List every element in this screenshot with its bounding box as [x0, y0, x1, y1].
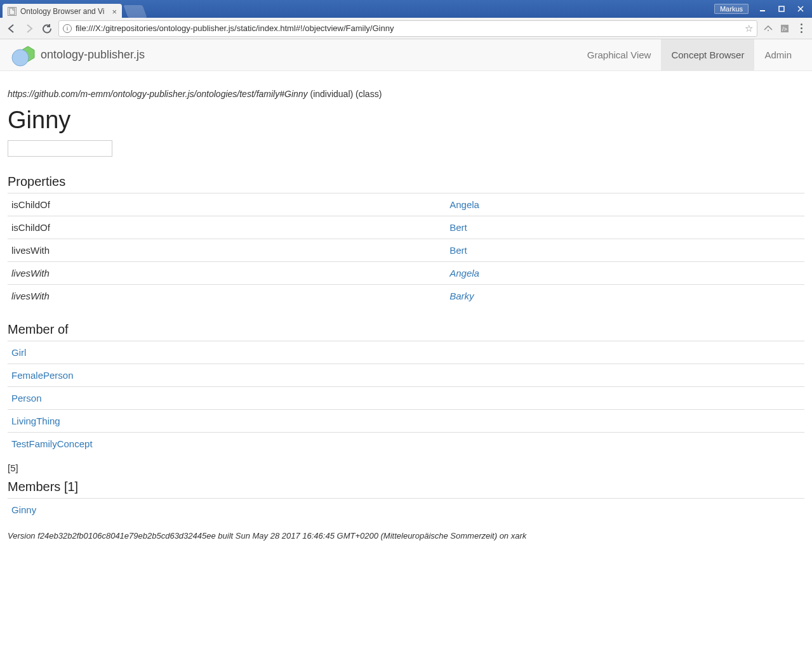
property-value-link[interactable]: Bert: [449, 222, 467, 233]
brand[interactable]: ontology-publisher.js: [10, 44, 145, 67]
property-key: livesWith: [8, 239, 446, 262]
property-row: isChildOfBert: [8, 216, 804, 239]
window-close-button[interactable]: [792, 3, 809, 15]
member-of-cell: FemalePerson: [8, 364, 804, 387]
entity-type-individual: (individual): [310, 89, 353, 99]
nav-graphical-view[interactable]: Graphical View: [577, 39, 662, 70]
member-of-row: LivingThing: [8, 410, 804, 433]
nav-admin[interactable]: Admin: [754, 39, 802, 70]
member-of-row: TestFamilyConcept: [8, 433, 804, 456]
browser-tab[interactable]: Ontology Browser and Vi ×: [3, 4, 122, 19]
property-value-link[interactable]: Bert: [449, 245, 467, 256]
entity-iri: https://github.com/m-emm/ontology-publis…: [8, 89, 308, 99]
member-of-cell: Girl: [8, 341, 804, 364]
property-value-link[interactable]: Barky: [449, 291, 474, 301]
member-of-cell: LivingThing: [8, 410, 804, 433]
app-header: ontology-publisher.js Graphical View Con…: [0, 39, 812, 71]
nav-concept-browser[interactable]: Concept Browser: [661, 39, 754, 70]
member-of-cell: Person: [8, 387, 804, 410]
devtools-icon[interactable]: />: [779, 23, 790, 34]
entity-type-class: (class): [356, 89, 382, 99]
bookmark-star-icon[interactable]: ☆: [745, 23, 753, 34]
property-value-link[interactable]: Angela: [449, 268, 479, 279]
section-member-of-title: Member of: [8, 322, 804, 337]
property-value-link[interactable]: Angela: [449, 199, 479, 210]
svg-text:/>: />: [782, 26, 787, 32]
main-nav: Graphical View Concept Browser Admin: [577, 39, 802, 70]
property-key: isChildOf: [8, 193, 446, 216]
property-row: livesWithAngela: [8, 262, 804, 285]
window-maximize-button[interactable]: [773, 3, 790, 15]
member-of-link[interactable]: FemalePerson: [11, 370, 74, 381]
svg-point-5: [768, 30, 769, 31]
member-of-table: GirlFemalePersonPersonLivingThingTestFam…: [8, 341, 804, 455]
forward-button[interactable]: [23, 22, 36, 35]
window-user-badge: Markus: [714, 4, 749, 14]
property-value-cell: Bert: [446, 216, 804, 239]
browser-toolbar: i file:///X:/gitrepositories/ontology-pu…: [0, 18, 812, 39]
property-key: livesWith: [8, 262, 446, 285]
member-of-link[interactable]: Person: [11, 393, 42, 403]
member-of-row: Girl: [8, 341, 804, 364]
svg-rect-1: [779, 6, 784, 11]
chrome-menu-button[interactable]: [795, 23, 807, 33]
property-value-cell: Angela: [446, 262, 804, 285]
section-properties-title: Properties: [8, 174, 804, 189]
member-of-link[interactable]: Girl: [11, 347, 26, 358]
content: https://github.com/m-emm/ontology-publis…: [0, 71, 812, 553]
footer-version: Version f24eb32b2fb0106c8041e79eb2b5cd63…: [8, 531, 804, 541]
back-button[interactable]: [5, 22, 18, 35]
tab-close-icon[interactable]: ×: [112, 7, 117, 16]
svg-rect-4: [10, 8, 15, 15]
url-text: file:///X:/gitrepositories/ontology-publ…: [76, 23, 741, 33]
address-bar[interactable]: i file:///X:/gitrepositories/ontology-pu…: [58, 20, 757, 37]
members-table: Ginny: [8, 498, 804, 521]
site-info-icon[interactable]: i: [63, 24, 72, 33]
section-members-title: Members [1]: [8, 480, 804, 494]
property-key: livesWith: [8, 285, 446, 308]
member-row: Ginny: [8, 499, 804, 521]
property-value-cell: Bert: [446, 239, 804, 262]
reload-button[interactable]: [41, 22, 53, 35]
property-row: livesWithBarky: [8, 285, 804, 308]
search-input[interactable]: [8, 140, 112, 157]
properties-table: isChildOfAngelaisChildOfBertlivesWithBer…: [8, 193, 804, 307]
entity-title: Ginny: [8, 107, 804, 134]
member-of-cell: TestFamilyConcept: [8, 433, 804, 456]
property-key: isChildOf: [8, 216, 446, 239]
member-of-link[interactable]: LivingThing: [11, 416, 60, 426]
entity-iri-line: https://github.com/m-emm/ontology-publis…: [8, 89, 804, 99]
svg-point-9: [12, 49, 29, 66]
extension-icon[interactable]: [762, 23, 774, 34]
property-value-cell: Angela: [446, 193, 804, 216]
member-of-count: [5]: [8, 462, 804, 473]
file-icon: [8, 7, 17, 16]
member-of-row: Person: [8, 387, 804, 410]
property-row: isChildOfAngela: [8, 193, 804, 216]
brand-text: ontology-publisher.js: [41, 48, 145, 62]
property-value-cell: Barky: [446, 285, 804, 308]
browser-tab-title: Ontology Browser and Vi: [20, 7, 109, 16]
member-link[interactable]: Ginny: [11, 504, 36, 515]
brand-logo-icon: [10, 44, 37, 67]
window-minimize-button[interactable]: [754, 3, 771, 15]
property-row: livesWithBert: [8, 239, 804, 262]
member-cell: Ginny: [8, 499, 804, 521]
member-of-row: FemalePerson: [8, 364, 804, 387]
member-of-link[interactable]: TestFamilyConcept: [11, 438, 93, 449]
